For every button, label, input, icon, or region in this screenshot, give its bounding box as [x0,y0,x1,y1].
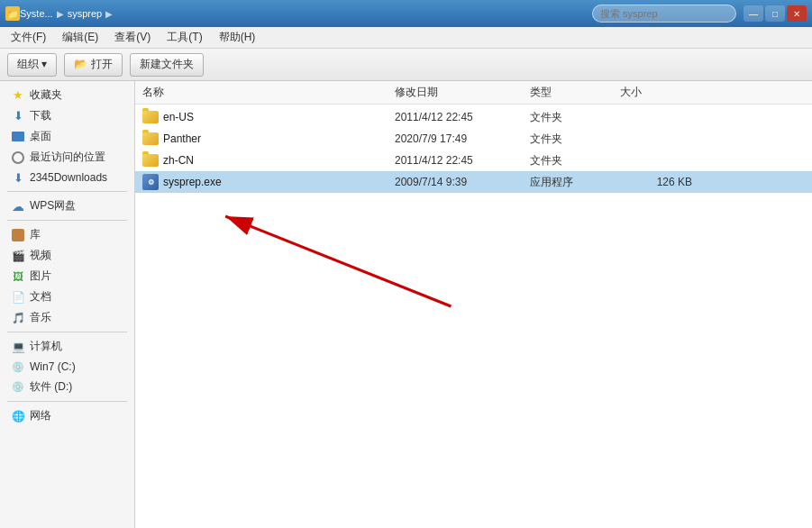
sidebar-label-library: 库 [30,227,41,242]
menu-bar: 文件(F) 编辑(E) 查看(V) 工具(T) 帮助(H) [0,27,812,49]
new-folder-button[interactable]: 新建文件夹 [130,53,204,77]
organize-button[interactable]: 组织 ▾ [7,53,57,77]
file-date-zh-cn: 2011/4/12 22:45 [395,154,530,167]
column-headers: 名称 修改日期 类型 大小 [135,81,812,105]
sidebar-label-doc: 文档 [30,289,51,305]
breadcrumb-syste[interactable]: Syste... [20,8,53,19]
col-header-size[interactable]: 大小 [620,85,692,100]
sidebar-item-image[interactable]: 🖼 图片 [0,266,134,287]
download-icon: ⬇ [11,109,25,123]
window-controls: — □ ✕ [744,5,807,22]
sidebar-label-recent: 最近访问的位置 [30,150,105,165]
breadcrumb-sep2: ▶ [105,9,113,19]
content-wrapper: 名称 修改日期 类型 大小 en-US 2011/4/12 22:45 文件夹 [135,81,812,195]
sidebar: ★ 收藏夹 ⬇ 下载 桌面 最近访问的位置 ⬇ 2345Do [0,81,135,528]
video-icon: 🎬 [11,249,25,263]
hdd-d-icon: 💿 [11,380,25,395]
open-button[interactable]: 📂 打开 [64,53,122,77]
exe-icon-sysprep: ⚙ [142,174,159,190]
menu-edit[interactable]: 编辑(E) [55,28,105,47]
file-type-zh-cn: 文件夹 [530,153,620,168]
menu-tools[interactable]: 工具(T) [160,28,209,47]
file-row-sysprep[interactable]: ⚙ sysprep.exe 2009/7/14 9:39 应用程序 126 KB [135,171,812,193]
maximize-button[interactable]: □ [765,5,785,22]
sidebar-divider-2 [7,220,127,221]
file-type-en-us: 文件夹 [530,110,620,125]
computer-icon: 💻 [11,340,25,354]
network-icon: 🌐 [11,409,25,423]
file-type-sysprep: 应用程序 [530,175,620,190]
sidebar-divider-1 [7,191,127,192]
sidebar-item-2345[interactable]: ⬇ 2345Downloads [0,168,134,187]
minimize-button[interactable]: — [744,5,763,22]
image-icon: 🖼 [11,269,25,284]
sidebar-item-win7[interactable]: 💿 Win7 (C:) [0,357,134,377]
file-row-panther[interactable]: Panther 2020/7/9 17:49 文件夹 [135,128,812,150]
cloud-icon: ☁ [11,199,25,214]
sidebar-label-image: 图片 [30,269,51,284]
sidebar-label-soft: 软件 (D:) [30,379,72,395]
search-input[interactable] [592,5,736,23]
file-name-cell-panther: Panther [142,132,395,145]
sidebar-computer-section: 💻 计算机 💿 Win7 (C:) 💿 软件 (D:) [0,336,134,397]
hdd-c-icon: 💿 [11,360,25,374]
download2-icon: ⬇ [11,170,25,185]
sidebar-item-library[interactable]: 库 [0,224,134,245]
file-name-cell-sysprep: ⚙ sysprep.exe [142,174,395,190]
title-bar: 📁 Syste... ▶ sysprep ▶ — □ ✕ [0,0,812,27]
file-size-sysprep: 126 KB [620,176,692,188]
sidebar-item-music[interactable]: 🎵 音乐 [0,307,134,328]
main-layout: ★ 收藏夹 ⬇ 下载 桌面 最近访问的位置 ⬇ 2345Do [0,81,812,528]
title-bar-left: 📁 [5,6,20,21]
sidebar-label-wps: WPS网盘 [30,198,76,214]
sidebar-item-network[interactable]: 🌐 网络 [0,405,134,426]
sidebar-item-downloads[interactable]: ⬇ 下载 [0,105,134,126]
sidebar-label-desktop: 桌面 [30,129,51,144]
sidebar-item-soft[interactable]: 💿 软件 (D:) [0,377,134,397]
sidebar-item-video[interactable]: 🎬 视频 [0,245,134,266]
menu-file[interactable]: 文件(F) [4,28,53,47]
breadcrumb-sep1: ▶ [57,9,64,19]
sidebar-item-wps[interactable]: ☁ WPS网盘 [0,196,134,216]
folder-icon-zh-cn [142,154,159,167]
sidebar-label-video: 视频 [30,248,51,263]
folder-icon-en-us [142,111,159,123]
sidebar-item-desktop[interactable]: 桌面 [0,126,134,147]
file-name-en-us: en-US [163,111,194,123]
svg-line-1 [225,216,451,306]
sidebar-label-downloads: 下载 [30,108,51,123]
content-area: 名称 修改日期 类型 大小 en-US 2011/4/12 22:45 文件夹 [135,81,812,528]
col-header-name[interactable]: 名称 [142,85,395,100]
sidebar-divider-4 [7,401,127,402]
sidebar-item-recent[interactable]: 最近访问的位置 [0,147,134,168]
file-list: en-US 2011/4/12 22:45 文件夹 Panther 2020/7… [135,105,812,195]
file-name-cell-zh-cn: zh-CN [142,154,395,167]
file-type-panther: 文件夹 [530,132,620,147]
file-date-panther: 2020/7/9 17:49 [395,132,530,145]
sidebar-library-section: 库 🎬 视频 🖼 图片 📄 文档 🎵 音乐 [0,224,134,328]
close-button[interactable]: ✕ [787,5,807,22]
sidebar-item-computer[interactable]: 💻 计算机 [0,336,134,357]
sidebar-item-favorites[interactable]: ★ 收藏夹 [0,85,134,105]
menu-view[interactable]: 查看(V) [107,28,158,47]
menu-help[interactable]: 帮助(H) [212,28,263,47]
sidebar-label-music: 音乐 [30,310,51,325]
window-icon: 📁 [5,6,20,21]
file-name-cell-en-us: en-US [142,111,395,123]
col-header-date[interactable]: 修改日期 [395,85,530,100]
col-header-type[interactable]: 类型 [530,85,620,100]
file-date-en-us: 2011/4/12 22:45 [395,111,530,123]
sidebar-label-favorites: 收藏夹 [30,87,62,103]
breadcrumb-sysprep[interactable]: sysprep [68,8,103,19]
desktop-icon [11,130,25,144]
doc-icon: 📄 [11,290,25,305]
sidebar-item-doc[interactable]: 📄 文档 [0,287,134,307]
recent-icon [11,150,25,165]
file-date-sysprep: 2009/7/14 9:39 [395,176,530,188]
file-row-zh-cn[interactable]: zh-CN 2011/4/12 22:45 文件夹 [135,150,812,171]
sidebar-divider-3 [7,332,127,332]
sidebar-label-2345: 2345Downloads [30,171,107,184]
music-icon: 🎵 [11,311,25,325]
star-icon: ★ [11,88,25,103]
file-row-en-us[interactable]: en-US 2011/4/12 22:45 文件夹 [135,106,812,128]
